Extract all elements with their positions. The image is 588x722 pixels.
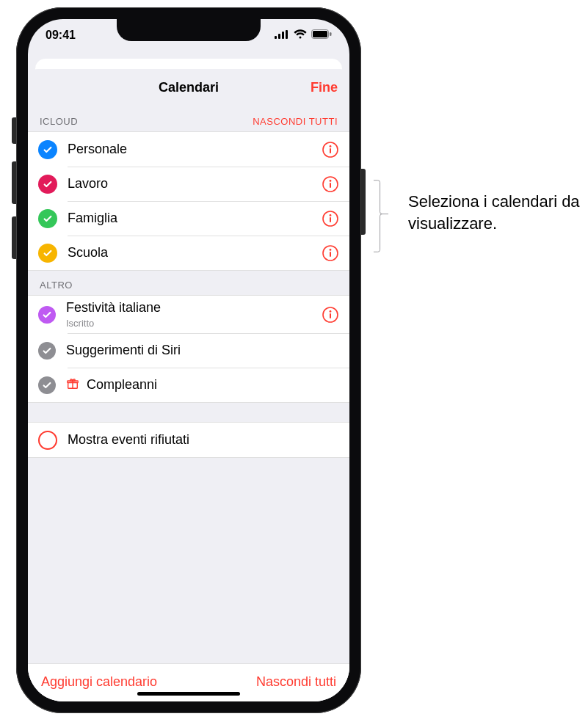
volume-down-button (12, 216, 16, 259)
svg-rect-12 (330, 183, 331, 188)
calendar-label: Lavoro (68, 176, 311, 192)
svg-rect-9 (330, 148, 331, 153)
calendar-sublabel: Iscritto (66, 318, 311, 329)
unchecked-circle-icon[interactable] (38, 431, 57, 450)
cellular-icon (275, 29, 289, 42)
iphone-frame: 09:41 Calendari Fi (16, 7, 361, 713)
info-icon[interactable] (322, 141, 339, 158)
calendar-row-siri[interactable]: Suggerimenti di Siri (28, 333, 349, 368)
svg-rect-21 (330, 313, 331, 318)
section-title-other: ALTRO (40, 280, 73, 291)
svg-rect-2 (282, 32, 284, 39)
battery-icon (311, 29, 332, 42)
svg-rect-3 (286, 30, 288, 39)
add-calendar-button[interactable]: Aggiungi calendario (41, 674, 157, 690)
status-time: 09:41 (46, 29, 76, 42)
calendar-row-personale[interactable]: Personale (28, 132, 349, 167)
calendar-label: Compleanni (87, 377, 339, 393)
info-icon[interactable] (322, 175, 339, 193)
sheet-title: Calendari (159, 80, 219, 95)
calendars-sheet: Calendari Fine ICLOUD NASCONDI TUTTI Per… (28, 69, 349, 701)
show-declined-row[interactable]: Mostra eventi rifiutati (28, 423, 349, 457)
section-header-icloud: ICLOUD NASCONDI TUTTI (28, 107, 349, 131)
sheet-header: Calendari Fine (28, 69, 349, 107)
svg-rect-18 (330, 252, 331, 257)
info-icon[interactable] (322, 210, 339, 227)
checkmark-icon[interactable] (38, 175, 57, 194)
gift-icon (66, 377, 79, 393)
hide-all-button[interactable]: Nascondi tutti (256, 674, 336, 690)
checkmark-icon[interactable] (38, 140, 57, 159)
section-header-other: ALTRO (28, 271, 349, 295)
calendar-label: Scuola (68, 245, 311, 261)
svg-point-8 (330, 145, 332, 147)
svg-rect-6 (330, 32, 332, 36)
checkmark-icon[interactable] (38, 209, 57, 228)
hide-all-icloud-button[interactable]: NASCONDI TUTTI (253, 116, 338, 127)
calendar-label: Famiglia (68, 211, 311, 227)
show-declined-label: Mostra eventi rifiutati (68, 432, 339, 448)
calendar-row-lavoro[interactable]: Lavoro (28, 167, 349, 201)
home-indicator[interactable] (137, 692, 240, 696)
svg-rect-0 (275, 36, 277, 39)
calendar-row-scuola[interactable]: Scuola (28, 236, 349, 270)
sheet-footer: Aggiungi calendario Nascondi tutti (28, 663, 349, 701)
svg-point-20 (330, 310, 332, 313)
power-button (361, 169, 366, 235)
svg-rect-15 (330, 217, 331, 222)
svg-point-14 (330, 214, 332, 216)
info-icon[interactable] (322, 306, 339, 324)
calendar-row-compleanni[interactable]: Compleanni (28, 368, 349, 402)
svg-rect-1 (278, 34, 280, 39)
calendar-row-festivita[interactable]: Festività italiane Iscritto (28, 296, 349, 333)
calendar-label: Suggerimenti di Siri (66, 343, 339, 359)
annotation-text: Seleziona i calendari da visualizzare. (408, 191, 588, 234)
calendar-label: Festività italiane (66, 300, 311, 316)
calendar-label-group: Festività italiane Iscritto (66, 300, 311, 329)
checkmark-icon[interactable] (38, 306, 56, 324)
section-title-icloud: ICLOUD (40, 116, 78, 127)
checkmark-icon[interactable] (38, 244, 57, 263)
svg-rect-5 (313, 31, 327, 37)
mute-switch (12, 117, 16, 144)
done-button[interactable]: Fine (311, 69, 338, 106)
other-list: Festività italiane Iscritto Suggerimenti… (28, 295, 349, 403)
icloud-list: Personale Lavoro (28, 131, 349, 271)
annotation-bracket (373, 139, 389, 293)
svg-point-11 (330, 180, 332, 182)
info-icon[interactable] (322, 244, 339, 262)
checkmark-icon[interactable] (38, 342, 56, 360)
notch (117, 19, 261, 41)
svg-point-17 (330, 249, 332, 251)
calendar-row-famiglia[interactable]: Famiglia (28, 201, 349, 236)
volume-up-button (12, 161, 16, 204)
declined-list: Mostra eventi rifiutati (28, 422, 349, 458)
wifi-icon (294, 29, 307, 42)
calendar-label: Personale (68, 142, 311, 158)
checkmark-icon[interactable] (38, 376, 56, 394)
